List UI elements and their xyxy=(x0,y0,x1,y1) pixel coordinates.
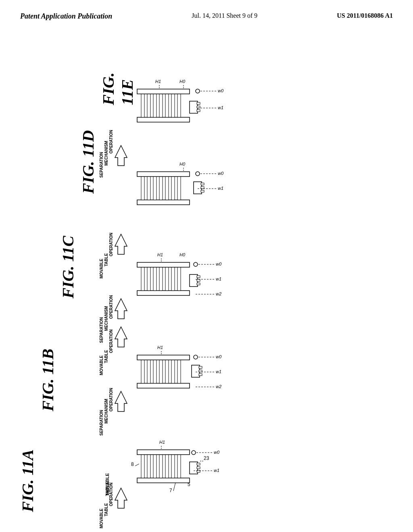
svg-rect-65 xyxy=(137,200,190,205)
svg-rect-46 xyxy=(137,291,190,295)
circle-11b xyxy=(194,355,198,359)
svg-text:H1: H1 xyxy=(157,345,163,350)
svg-text:H0: H0 xyxy=(179,162,186,166)
svg-text:H0: H0 xyxy=(179,79,186,84)
svg-text:5: 5 xyxy=(188,482,190,487)
svg-text:OPERATION: OPERATION xyxy=(109,329,113,353)
svg-rect-5 xyxy=(147,454,150,478)
svg-rect-31 xyxy=(153,359,156,383)
w1-11e: w1 xyxy=(218,105,223,110)
svg-rect-55 xyxy=(190,274,198,287)
svg-text:23: 23 xyxy=(204,455,209,461)
svg-rect-89 xyxy=(171,93,175,117)
publication-title: Patent Application Publication xyxy=(20,12,112,21)
svg-text:OPERATION: OPERATION xyxy=(109,130,113,154)
svg-text:8: 8 xyxy=(131,461,134,467)
component-11a: H1 8 5 7 23 xyxy=(131,440,209,493)
svg-text:H1: H1 xyxy=(157,252,163,257)
arrow-sep-11e xyxy=(115,145,127,166)
svg-rect-12 xyxy=(190,462,198,474)
svg-line-22 xyxy=(173,483,175,491)
svg-text:OPERATION: OPERATION xyxy=(109,482,113,506)
svg-rect-58 xyxy=(197,283,200,285)
circle-11d xyxy=(196,172,200,176)
svg-rect-9 xyxy=(171,454,175,478)
svg-rect-3 xyxy=(137,478,190,483)
main-diagram-area: FIG. 11A FIG. 11B FIG. 11C FIG. 11D FIG.… xyxy=(0,29,413,520)
page-header: Patent Application Publication Jul. 14, … xyxy=(0,0,413,29)
svg-rect-40 xyxy=(199,374,202,376)
svg-rect-90 xyxy=(177,93,181,117)
svg-text:H1: H1 xyxy=(159,440,165,445)
svg-text:TABLE: TABLE xyxy=(104,350,108,363)
svg-text:MECHANISM: MECHANISM xyxy=(104,306,108,331)
svg-rect-28 xyxy=(137,383,190,388)
svg-rect-77 xyxy=(201,190,204,192)
svg-rect-88 xyxy=(165,93,169,117)
svg-rect-4 xyxy=(141,454,144,478)
svg-text:MOVABLE: MOVABLE xyxy=(99,258,104,278)
w1-11d: w1 xyxy=(218,186,223,191)
svg-rect-7 xyxy=(159,454,163,478)
svg-text:MOVABLE: MOVABLE xyxy=(99,355,104,375)
svg-text:OPERATION: OPERATION xyxy=(109,233,113,256)
component-11b: H1 xyxy=(137,345,202,388)
component-11e: H1 H0 xyxy=(137,79,200,122)
svg-rect-74 xyxy=(194,182,202,194)
svg-rect-32 xyxy=(159,359,163,383)
arrow-sep-11b xyxy=(115,391,127,411)
arrow-sep-11c xyxy=(115,299,127,319)
svg-rect-39 xyxy=(199,370,202,372)
w2-11c: w2 xyxy=(216,291,221,296)
w2-11b: w2 xyxy=(216,384,221,389)
svg-rect-34 xyxy=(171,359,175,383)
svg-rect-33 xyxy=(165,359,169,383)
svg-rect-10 xyxy=(177,454,181,478)
svg-text:H1: H1 xyxy=(155,79,161,84)
svg-text:H0: H0 xyxy=(179,252,186,257)
arrow-movable-11a xyxy=(115,488,127,508)
sheet-info: Jul. 14, 2011 Sheet 9 of 9 xyxy=(192,12,257,19)
svg-rect-6 xyxy=(153,454,156,478)
w1-11a: w1 xyxy=(214,468,219,473)
svg-rect-36 xyxy=(137,355,190,360)
circle-11a xyxy=(192,451,196,455)
svg-rect-75 xyxy=(201,183,204,185)
svg-rect-57 xyxy=(197,279,200,281)
svg-rect-76 xyxy=(201,187,204,189)
svg-rect-11 xyxy=(137,450,190,455)
patent-number: US 2011/0168086 A1 xyxy=(337,12,393,19)
sep-op-label-11b: SEPARATION MECHANISM OPERATION xyxy=(99,388,113,436)
svg-rect-38 xyxy=(199,366,202,368)
sep-op-label-11e: SEPARATION MECHANISM OPERATION xyxy=(99,130,113,178)
svg-rect-73 xyxy=(137,172,190,177)
svg-rect-69 xyxy=(159,176,163,200)
svg-rect-91 xyxy=(137,89,190,94)
svg-rect-86 xyxy=(153,93,156,117)
svg-rect-35 xyxy=(177,359,181,383)
svg-rect-37 xyxy=(192,365,200,377)
component-11d: H0 xyxy=(137,162,204,205)
svg-rect-70 xyxy=(165,176,169,200)
movable-op-label-11d: MOVABLE TABLE OPERATION xyxy=(99,233,113,278)
circle-11c xyxy=(194,262,198,266)
svg-rect-85 xyxy=(147,93,150,117)
svg-rect-92 xyxy=(190,101,198,113)
svg-rect-68 xyxy=(153,176,156,200)
svg-text:MECHANISM: MECHANISM xyxy=(104,141,108,166)
component-11c: H1 H0 xyxy=(137,252,200,295)
svg-text:TABLE: TABLE xyxy=(104,253,108,266)
svg-text:SEPARATION: SEPARATION xyxy=(99,317,104,343)
svg-rect-54 xyxy=(137,262,190,267)
svg-text:7: 7 xyxy=(169,488,172,493)
circle-11e xyxy=(196,89,200,93)
svg-rect-66 xyxy=(141,176,144,200)
w0-11b: w0 xyxy=(216,354,222,359)
w0-11e: w0 xyxy=(218,88,224,93)
w0-11c: w0 xyxy=(216,262,222,266)
svg-text:MOVABLE: MOVABLE xyxy=(99,508,104,528)
svg-rect-48 xyxy=(147,266,150,291)
svg-text:TABLE: TABLE xyxy=(104,503,108,516)
svg-rect-13 xyxy=(197,463,200,465)
svg-rect-47 xyxy=(141,266,144,291)
